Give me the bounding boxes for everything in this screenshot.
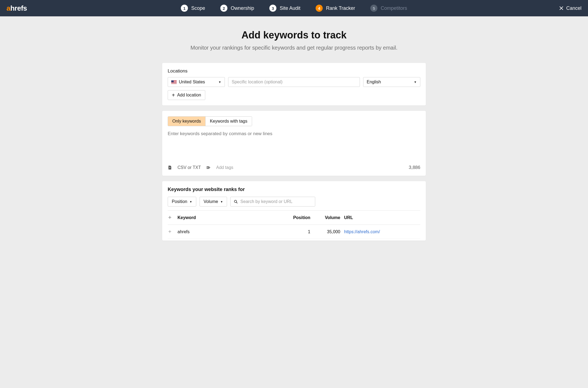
cell-keyword: ahrefs — [177, 229, 284, 234]
keywords-card: Only keywords Keywords with tags CSV or … — [162, 111, 426, 176]
upload-icon — [168, 165, 172, 170]
position-filter[interactable]: Position ▼ — [168, 197, 196, 207]
page-subtitle: Monitor your rankings for specific keywo… — [162, 45, 426, 51]
col-keyword: Keyword — [177, 215, 284, 220]
country-value: United States — [179, 80, 205, 84]
position-filter-label: Position — [172, 199, 187, 204]
logo-a: a — [7, 4, 10, 12]
keywords-textarea[interactable] — [168, 126, 420, 162]
cell-url: https://ahrefs.com/ — [344, 229, 420, 234]
keywords-remaining: 3,886 — [409, 165, 420, 170]
search-icon — [234, 200, 238, 204]
logo: ahrefs — [7, 4, 27, 13]
add-location-button[interactable]: + Add location — [168, 90, 205, 100]
chevron-down-icon: ▼ — [414, 80, 417, 84]
step-label: Competitors — [381, 5, 407, 11]
cell-position: 1 — [284, 229, 314, 234]
step-number: 2 — [220, 5, 227, 12]
country-select[interactable]: United States ▼ — [168, 77, 225, 87]
add-all-button[interactable]: + — [168, 214, 177, 221]
svg-point-3 — [234, 200, 237, 202]
step-number: 4 — [316, 5, 323, 12]
svg-line-4 — [236, 202, 237, 203]
table-header: + Keyword Position Volume URL — [168, 210, 420, 225]
plus-icon: + — [172, 92, 175, 98]
step-ownership[interactable]: 2 Ownership — [220, 5, 254, 12]
logo-rest: hrefs — [10, 4, 27, 12]
url-link[interactable]: https://ahrefs.com/ — [344, 229, 380, 234]
step-scope[interactable]: 1 Scope — [181, 5, 205, 12]
step-number: 5 — [370, 5, 378, 12]
step-number: 3 — [269, 5, 276, 12]
language-value: English — [367, 80, 381, 84]
close-icon — [559, 6, 564, 10]
ranks-card: Keywords your website ranks for Position… — [162, 181, 426, 241]
col-volume: Volume — [314, 215, 344, 220]
chevron-down-icon: ▼ — [218, 80, 221, 84]
specific-location-input[interactable]: Specific location (optional) — [228, 77, 360, 87]
chevron-down-icon: ▼ — [220, 200, 223, 203]
seg-only-keywords[interactable]: Only keywords — [168, 117, 205, 126]
chevron-down-icon: ▼ — [189, 200, 192, 203]
step-competitors: 5 Competitors — [370, 5, 407, 12]
header: ahrefs 1 Scope 2 Ownership 3 Site Audit … — [0, 0, 588, 16]
cell-volume: 35,000 — [314, 229, 344, 234]
csv-txt-button[interactable]: CSV or TXT — [177, 165, 201, 170]
search-placeholder: Search by keyword or URL — [240, 199, 292, 204]
cancel-button[interactable]: Cancel — [559, 5, 581, 11]
us-flag-icon — [171, 80, 177, 84]
add-tags-button[interactable]: Add tags — [216, 165, 233, 170]
step-rank-tracker[interactable]: 4 Rank Tracker — [316, 5, 355, 12]
ranks-table: + Keyword Position Volume URL + ahrefs 1… — [168, 210, 420, 239]
ranks-title: Keywords your website ranks for — [168, 187, 420, 192]
keywords-footer: CSV or TXT Add tags 3,886 — [168, 165, 420, 170]
page-title: Add keywords to track — [162, 29, 426, 41]
volume-filter[interactable]: Volume ▼ — [200, 197, 227, 207]
wizard-steps: 1 Scope 2 Ownership 3 Site Audit 4 Rank … — [181, 5, 407, 12]
step-number: 1 — [181, 5, 188, 12]
search-input[interactable]: Search by keyword or URL — [230, 197, 315, 207]
step-site-audit[interactable]: 3 Site Audit — [269, 5, 300, 12]
add-keyword-button[interactable]: + — [168, 229, 177, 235]
volume-filter-label: Volume — [204, 199, 218, 204]
language-select[interactable]: English ▼ — [363, 77, 420, 87]
col-url: URL — [344, 215, 420, 220]
step-label: Rank Tracker — [326, 5, 355, 11]
step-label: Ownership — [231, 5, 254, 11]
locations-card: Locations United States ▼ Specific locat… — [162, 63, 426, 105]
cancel-label: Cancel — [566, 5, 581, 11]
locations-row: United States ▼ Specific location (optio… — [168, 77, 420, 87]
add-location-label: Add location — [177, 93, 201, 98]
step-label: Scope — [191, 5, 205, 11]
step-label: Site Audit — [280, 5, 300, 11]
locations-label: Locations — [168, 68, 420, 74]
keyword-mode-segment: Only keywords Keywords with tags — [168, 116, 252, 126]
svg-point-2 — [207, 167, 208, 168]
filters-row: Position ▼ Volume ▼ Search by keyword or… — [168, 197, 420, 207]
page-content: Add keywords to track Monitor your ranki… — [162, 16, 426, 257]
table-row: + ahrefs 1 35,000 https://ahrefs.com/ — [168, 225, 420, 239]
placeholder-text: Specific location (optional) — [232, 80, 283, 84]
seg-keywords-tags[interactable]: Keywords with tags — [205, 117, 252, 126]
col-position: Position — [284, 215, 314, 220]
tag-icon — [206, 165, 211, 170]
